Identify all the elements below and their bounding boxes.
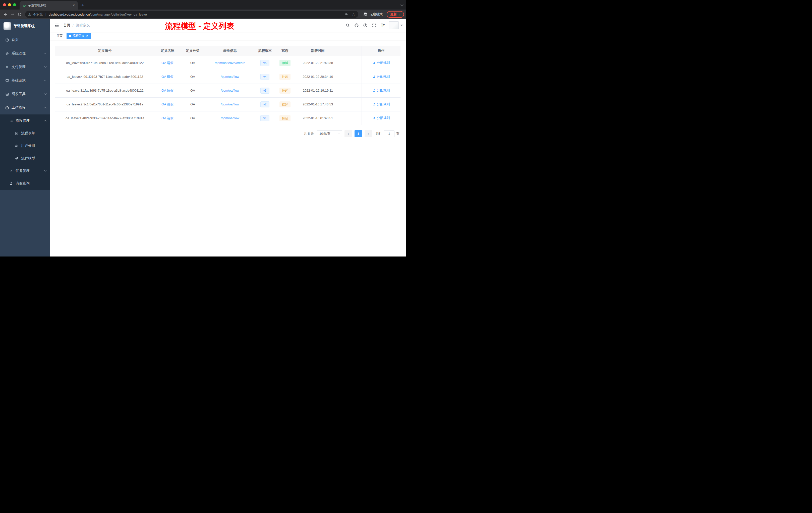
chevron-down-icon — [44, 79, 47, 81]
page-size-select[interactable]: 10条/页 — [317, 130, 342, 137]
definition-name-link[interactable]: OA 请假 — [162, 102, 174, 106]
chevron-down-icon — [44, 65, 47, 67]
forward-icon[interactable] — [9, 11, 16, 18]
password-key-icon[interactable] — [345, 12, 349, 17]
sidebar-item-leave-query[interactable]: 请假查询 — [0, 177, 50, 190]
minimize-window-button[interactable] — [8, 3, 11, 6]
form-info-link[interactable]: /bpm/oa/flow — [221, 75, 239, 79]
tag-home[interactable]: 首页 — [54, 33, 65, 39]
breadcrumb: 首页 / 流程定义 — [63, 23, 90, 28]
definition-name-link[interactable]: OA 请假 — [162, 61, 174, 65]
form-info-link[interactable]: /bpm/oa/leave/create — [215, 61, 245, 65]
avatar — [389, 21, 399, 29]
monitor-icon — [5, 79, 9, 83]
cell-deploy-time: 2022-01-16 01:40:51 — [295, 111, 341, 125]
chevron-down-icon — [44, 92, 47, 95]
tag-close-icon[interactable]: × — [86, 34, 88, 37]
address-bar[interactable]: ⚠ 不安全 | dashboard.yudao.iocoder.cn/bpm/m… — [25, 11, 358, 18]
kebab-menu-icon[interactable]: ⋮ — [398, 12, 402, 17]
tag-process-definition[interactable]: 流程定义 × — [66, 33, 91, 39]
app-title: 芋道管理系统 — [13, 24, 35, 28]
status-badge: 挂起 — [280, 115, 290, 121]
chevron-down-icon — [338, 132, 340, 134]
form-info-link[interactable]: /bpm/oa/flow — [221, 102, 239, 106]
reload-icon[interactable] — [16, 11, 23, 18]
definition-name-link[interactable]: OA 请假 — [162, 75, 174, 79]
logo-avatar — [3, 22, 11, 30]
url-path: /bpm/manager/definition?key=oa_leave — [90, 12, 147, 16]
sidebar-item-label: 流程管理 — [16, 118, 30, 123]
chrome-update-button[interactable]: 更新 ⋮ — [387, 11, 404, 18]
browser-tab[interactable]: 芋道管理系统 × — [20, 1, 78, 9]
sidebar-item-workflow[interactable]: 工作流程 — [0, 101, 50, 115]
security-label: 不安全 — [33, 12, 43, 17]
goto-label: 前往 — [376, 131, 382, 136]
page-number-button[interactable]: 1 — [354, 130, 362, 137]
goto-page-input[interactable] — [384, 130, 395, 137]
chevron-down-icon — [401, 25, 403, 26]
app-header: 首页 / 流程定义 流程模型 - 定义列表 — [50, 19, 406, 32]
definition-name-link[interactable]: OA 请假 — [162, 116, 174, 120]
url-host: dashboard.yudao.iocoder.cn — [49, 12, 90, 16]
user-avatar-menu[interactable] — [389, 21, 403, 29]
column-header-spacer — [341, 46, 362, 56]
sidebar-item-label: 基础设施 — [11, 78, 26, 83]
assign-rule-link[interactable]: 分配规则 — [373, 116, 390, 120]
sidebar-item-label: 用户分组 — [21, 144, 35, 148]
status-badge: 激活 — [280, 60, 290, 66]
sidebar-item-home[interactable]: 首页 — [0, 33, 50, 47]
form-icon — [14, 131, 19, 135]
page-unit-label: 页 — [396, 131, 400, 136]
tags-view-bar: 首页 流程定义 × — [50, 32, 406, 40]
sidebar-fold-icon[interactable] — [50, 23, 63, 28]
sidebar-item-process-form[interactable]: 流程表单 — [0, 127, 50, 140]
tab-search-chevron-icon[interactable] — [401, 3, 403, 6]
sidebar-item-infrastructure[interactable]: 基础设施 — [0, 74, 50, 87]
briefcase-icon — [5, 105, 9, 110]
assign-rule-link[interactable]: 分配规则 — [373, 74, 390, 79]
bookmark-star-icon[interactable]: ☆ — [352, 12, 355, 16]
help-icon[interactable] — [363, 23, 368, 28]
user-icon — [373, 117, 376, 120]
prev-page-button[interactable]: ‹ — [345, 130, 352, 137]
cell-category: OA — [180, 56, 205, 70]
github-icon[interactable] — [354, 23, 359, 28]
next-page-button[interactable]: › — [365, 130, 372, 137]
favicon-leaf-icon — [22, 3, 26, 7]
sidebar-item-process-management[interactable]: 流程管理 — [0, 115, 50, 127]
tag-label: 流程定义 — [72, 34, 85, 38]
window-controls — [0, 0, 20, 9]
assign-rule-link[interactable]: 分配规则 — [373, 60, 390, 65]
new-tab-button[interactable]: + — [78, 1, 88, 9]
assign-rule-link[interactable]: 分配规则 — [373, 88, 390, 93]
sidebar-item-user-group[interactable]: 用户分组 — [0, 140, 50, 152]
maximize-window-button[interactable] — [13, 3, 16, 6]
fullscreen-icon[interactable] — [372, 23, 376, 28]
tab-close-icon[interactable]: × — [72, 3, 75, 7]
sidebar-item-system[interactable]: 系统管理 — [0, 47, 50, 60]
assign-rule-link[interactable]: 分配规则 — [373, 102, 390, 107]
breadcrumb-home[interactable]: 首页 — [63, 23, 70, 28]
app-logo[interactable]: 芋道管理系统 — [0, 19, 50, 33]
cell-definition-id: oa_leave:2:3c1f0ef1-76b1-11ec-9c66-a2380… — [55, 97, 155, 111]
form-info-link[interactable]: /bpm/oa/flow — [221, 116, 239, 120]
user-icon — [373, 61, 376, 64]
column-header-form: 表单信息 — [205, 46, 255, 56]
sidebar-item-devtools[interactable]: 研发工具 — [0, 87, 50, 101]
page-content: 定义编号 定义名称 定义分类 表单信息 流程版本 状态 部署时间 操作 — [50, 40, 406, 256]
chevron-up-icon — [44, 107, 47, 109]
sidebar-item-payment[interactable]: ¥ 支付管理 — [0, 60, 50, 74]
close-window-button[interactable] — [3, 3, 6, 6]
cell-category: OA — [180, 111, 205, 125]
sidebar-item-task-management[interactable]: 任务管理 — [0, 164, 50, 177]
search-icon[interactable] — [346, 23, 350, 28]
column-header-name: 定义名称 — [155, 46, 180, 56]
list-icon — [9, 119, 13, 123]
form-info-link[interactable]: /bpm/oa/flow — [221, 89, 239, 92]
table-row: oa_leave:5:004b710b-7b8a-11ec-8ef0-acde4… — [55, 56, 401, 70]
sidebar-item-process-model[interactable]: 流程模型 — [0, 152, 50, 164]
back-icon[interactable] — [2, 11, 9, 18]
cell-deploy-time: 2022-01-16 17:46:53 — [295, 97, 341, 111]
font-size-icon[interactable]: TT — [381, 23, 384, 28]
definition-name-link[interactable]: OA 请假 — [162, 89, 174, 92]
